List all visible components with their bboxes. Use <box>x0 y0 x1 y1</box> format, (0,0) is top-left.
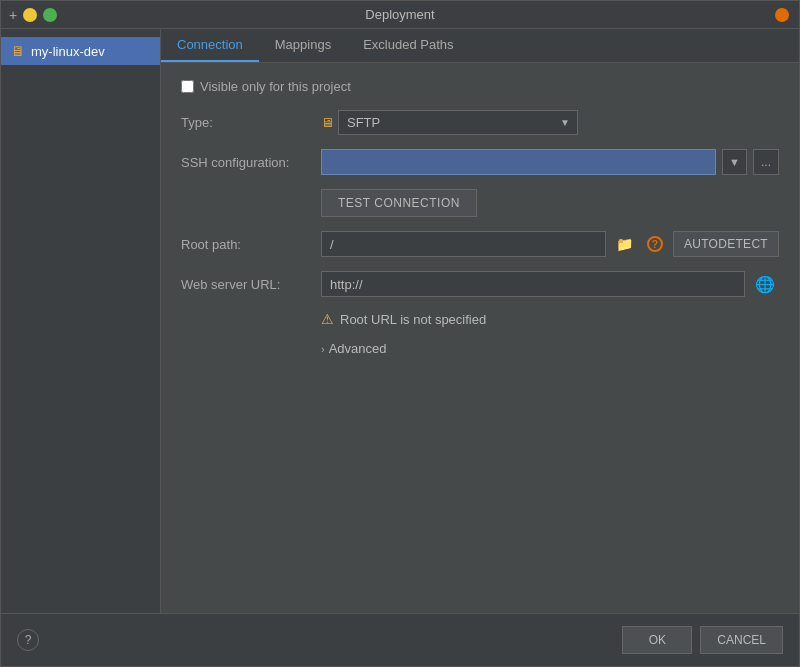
web-server-url-input[interactable] <box>321 271 745 297</box>
help-icon-button[interactable]: ? <box>643 234 667 254</box>
web-url-wrapper: 🌐 <box>321 271 779 297</box>
ssh-config-row: SSH configuration: ▼ ... <box>181 149 779 175</box>
content-area: Connection Mappings Excluded Paths Visib… <box>161 29 799 613</box>
visible-only-row: Visible only for this project <box>181 79 779 94</box>
add-button[interactable]: + <box>9 8 17 22</box>
tabs: Connection Mappings Excluded Paths <box>161 29 799 63</box>
globe-icon: 🌐 <box>755 276 775 293</box>
root-path-wrapper: 📁 ? AUTODETECT <box>321 231 779 257</box>
web-server-url-row: Web server URL: 🌐 <box>181 271 779 297</box>
warning-text: Root URL is not specified <box>340 312 486 327</box>
deployment-window: + Deployment 🖥 my-linux-dev Connection M… <box>0 0 800 667</box>
title-bar: + Deployment <box>1 1 799 29</box>
ssh-config-input[interactable] <box>321 149 716 175</box>
help-circle-icon: ? <box>647 236 663 252</box>
type-select[interactable]: SFTP FTP FTPS <box>338 110 578 135</box>
advanced-chevron-icon: › <box>321 343 325 355</box>
folder-icon-button[interactable]: 📁 <box>612 234 637 254</box>
test-connection-row: TEST CONNECTION <box>181 189 779 217</box>
folder-icon: 📁 <box>616 236 633 252</box>
advanced-row[interactable]: › Advanced <box>181 341 779 356</box>
tab-connection[interactable]: Connection <box>161 29 259 62</box>
advanced-label: Advanced <box>329 341 387 356</box>
form-area: Visible only for this project Type: 🖥 SF… <box>161 63 799 613</box>
window-controls: + <box>9 8 57 22</box>
type-label: Type: <box>181 115 321 130</box>
ssh-config-label: SSH configuration: <box>181 155 321 170</box>
autodetect-button[interactable]: AUTODETECT <box>673 231 779 257</box>
root-path-row: Root path: 📁 ? AUTODETECT <box>181 231 779 257</box>
warning-icon: ⚠ <box>321 311 334 327</box>
globe-button[interactable]: 🌐 <box>751 273 779 296</box>
main-content: 🖥 my-linux-dev Connection Mappings Exclu… <box>1 29 799 613</box>
sidebar: 🖥 my-linux-dev <box>1 29 161 613</box>
tab-excluded-paths[interactable]: Excluded Paths <box>347 29 469 62</box>
test-connection-button[interactable]: TEST CONNECTION <box>321 189 477 217</box>
visible-only-label: Visible only for this project <box>200 79 351 94</box>
type-control: 🖥 SFTP FTP FTPS ▼ <box>321 110 779 135</box>
sftp-icon: 🖥 <box>321 115 334 130</box>
help-icon: ? <box>25 633 32 647</box>
warning-row: ⚠ Root URL is not specified <box>181 311 779 327</box>
root-path-label: Root path: <box>181 237 321 252</box>
bottom-bar: ? OK CANCEL <box>1 613 799 666</box>
maximize-button[interactable] <box>43 8 57 22</box>
cancel-button[interactable]: CANCEL <box>700 626 783 654</box>
bottom-right-buttons: OK CANCEL <box>622 626 783 654</box>
ssh-dropdown-button[interactable]: ▼ <box>722 149 747 175</box>
visible-only-checkbox[interactable] <box>181 80 194 93</box>
sidebar-item-label: my-linux-dev <box>31 44 105 59</box>
status-indicator <box>775 8 789 22</box>
sidebar-item-my-linux-dev[interactable]: 🖥 my-linux-dev <box>1 37 160 65</box>
tab-mappings[interactable]: Mappings <box>259 29 347 62</box>
window-title: Deployment <box>365 7 434 22</box>
type-row: Type: 🖥 SFTP FTP FTPS ▼ <box>181 110 779 135</box>
minimize-button[interactable] <box>23 8 37 22</box>
help-button[interactable]: ? <box>17 629 39 651</box>
ssh-more-button[interactable]: ... <box>753 149 779 175</box>
server-icon: 🖥 <box>11 43 25 59</box>
ssh-config-wrapper: ▼ ... <box>321 149 779 175</box>
web-server-url-label: Web server URL: <box>181 277 321 292</box>
ok-button[interactable]: OK <box>622 626 692 654</box>
type-select-wrapper: 🖥 SFTP FTP FTPS ▼ <box>321 110 578 135</box>
root-path-input[interactable] <box>321 231 606 257</box>
